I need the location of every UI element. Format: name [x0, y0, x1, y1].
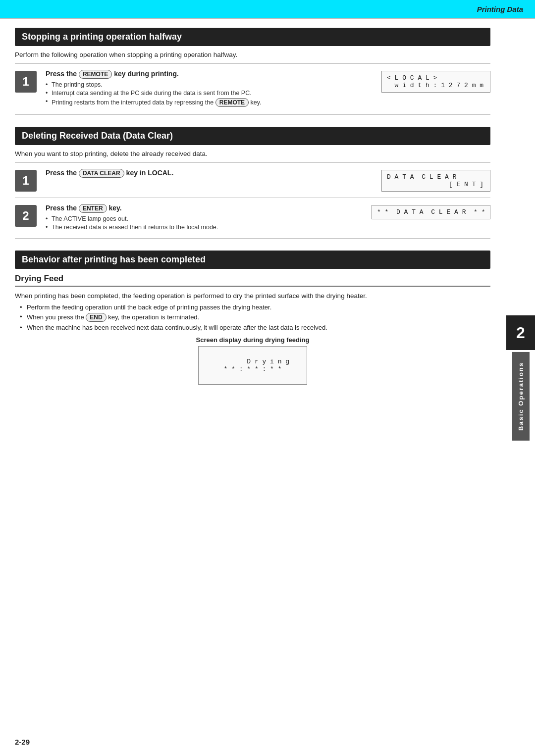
step2-1-block: 1 Press the DATA CLEAR key in LOCAL. D A… [15, 162, 490, 198]
enter-key[interactable]: ENTER [79, 204, 107, 213]
step2-2-title-suffix: key. [107, 204, 122, 212]
subsection-drying-intro: When printing has been completed, the fe… [15, 292, 490, 300]
step1-block: 1 Press the REMOTE key during printing. … [15, 63, 490, 115]
main-content: Stopping a printing operation halfway Pe… [0, 19, 505, 411]
step2-2-content: Press the ENTER key. The ACTIVE lamp goe… [42, 204, 367, 232]
step2-1-title-suffix: key in LOCAL. [124, 169, 174, 177]
step2-2-title-prefix: Press the [46, 204, 79, 212]
page-number: 2-29 [15, 738, 30, 746]
section-behavior: Behavior after printing has been complet… [15, 251, 490, 385]
step2-1-title: Press the DATA CLEAR key in LOCAL. [46, 169, 373, 178]
step1-bullet1: The printing stops. [46, 81, 373, 88]
step2-2-bullet1: The ACTIVE lamp goes out. [46, 215, 363, 222]
step2-2-bullets: The ACTIVE lamp goes out. The received d… [46, 215, 363, 231]
step2-2-screen: * * D A T A C L E A R * * [372, 205, 490, 219]
section1-intro: Perform the following operation when sto… [15, 51, 490, 58]
screen-display-box: D r y i n g * * : * * : * * [198, 346, 307, 385]
step1-number: 1 [15, 71, 37, 93]
step2-1-number: 1 [15, 170, 37, 192]
step2-2-title: Press the ENTER key. [46, 204, 363, 213]
screen-display-label: Screen display during drying feeding [15, 336, 490, 344]
step1-screen: < L O C A L > w i d t h : 1 2 7 2 m m [381, 71, 490, 93]
step1-content: Press the REMOTE key during printing. Th… [42, 70, 376, 108]
data-clear-key[interactable]: DATA CLEAR [79, 169, 124, 178]
drying-bullet3: When the machine has been received next … [20, 324, 490, 331]
sidebar-chapter-number: 2 [506, 315, 535, 350]
step2-1-title-prefix: Press the [46, 169, 79, 177]
sidebar-chapter-label: Basic Operations [512, 352, 530, 441]
step2-1-screen: D A T A C L E A R [ E N T ] [381, 170, 490, 192]
step1-title: Press the REMOTE key during printing. [46, 70, 373, 79]
step1-bullets: The printing stops. Interrupt data sendi… [46, 81, 373, 107]
subsection-drying-heading: Drying Feed [15, 274, 490, 287]
section-dataclear: Deleting Received Data (Data Clear) When… [15, 127, 490, 239]
drying-bullet2: When you press the END key, the operatio… [20, 313, 490, 322]
section1-heading: Stopping a printing operation halfway [15, 28, 490, 46]
screen-line1: D r y i n g [247, 358, 289, 365]
section2-intro: When you want to stop printing, delete t… [15, 150, 490, 157]
subsection-drying-bullets: Perform the feeding operation until the … [20, 303, 490, 331]
step1-bullet3: Printing restarts from the interrupted d… [46, 98, 373, 107]
screen-line2: * * : * * : * * [223, 365, 281, 373]
step1-title-prefix: Press the [46, 70, 79, 78]
remote-key[interactable]: REMOTE [79, 70, 112, 79]
step2-2-block: 2 Press the ENTER key. The ACTIVE lamp g… [15, 198, 490, 239]
end-key: END [86, 313, 106, 322]
step1-title-suffix: key during printing. [112, 70, 179, 78]
sidebar: 2 Basic Operations [506, 0, 535, 756]
subsection-drying: Drying Feed When printing has been compl… [15, 274, 490, 385]
drying-bullet1: Perform the feeding operation until the … [20, 303, 490, 311]
remote-key-inline: REMOTE [215, 98, 249, 107]
step2-1-content: Press the DATA CLEAR key in LOCAL. [42, 169, 376, 192]
step2-2-bullet2: The received data is erased then it retu… [46, 224, 363, 231]
section2-heading: Deleting Received Data (Data Clear) [15, 127, 490, 145]
step2-2-number: 2 [15, 205, 37, 227]
section3-heading: Behavior after printing has been complet… [15, 251, 490, 269]
top-bar: Printing Data [0, 0, 535, 18]
section-stopping: Stopping a printing operation halfway Pe… [15, 28, 490, 115]
step1-bullet2: Interrupt data sending at the PC side du… [46, 90, 373, 97]
